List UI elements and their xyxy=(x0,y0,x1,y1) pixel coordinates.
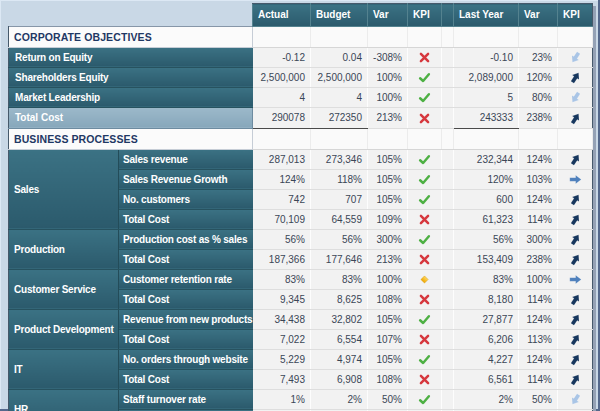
actual-cell: 290078 xyxy=(253,107,311,128)
last-year-cell: 120% xyxy=(454,169,519,189)
row-label: Total Cost xyxy=(119,249,253,269)
table-row: ITNo. orders through website5,2294,97410… xyxy=(9,349,593,369)
last-year-cell: -0.10 xyxy=(454,47,519,67)
ly-var-cell: 100% xyxy=(519,269,558,289)
var-cell: 109% xyxy=(368,209,408,229)
row-label: Sales revenue xyxy=(119,149,253,169)
check-icon xyxy=(418,393,431,406)
column-header-var2: Var xyxy=(519,4,558,27)
spacer-cell xyxy=(442,47,454,67)
check-icon xyxy=(418,71,431,84)
row-label: Market Leadership xyxy=(9,87,253,107)
ly-var-cell: 120% xyxy=(519,67,558,87)
budget-cell: 273,346 xyxy=(311,149,368,169)
section-row: CORPORATE OBJECTIVES xyxy=(9,26,593,47)
budget-cell: 2,500,000 xyxy=(311,67,368,87)
trend-right-icon xyxy=(569,173,582,186)
table-row: Return on Equity-0.120.04-308%-0.1023% xyxy=(9,47,593,67)
trend-cell xyxy=(558,149,593,169)
trend-up-icon xyxy=(569,293,582,306)
header-spacer xyxy=(9,4,253,27)
table-row: SalesSales revenue287,013273,346105%232,… xyxy=(9,149,593,169)
last-year-cell: 5 xyxy=(454,87,519,107)
blank-cell xyxy=(519,128,558,149)
cross-icon xyxy=(418,253,431,266)
var-cell: 105% xyxy=(368,309,408,329)
budget-cell: 177,646 xyxy=(311,249,368,269)
ly-var-cell: 124% xyxy=(519,149,558,169)
blank-cell xyxy=(454,128,519,149)
column-header-last-year: Last Year xyxy=(454,4,519,27)
trend-up-icon xyxy=(569,71,582,84)
kpi-cell xyxy=(408,289,442,309)
row-label: Return on Equity xyxy=(9,47,253,67)
kpi-cell xyxy=(408,149,442,169)
spacer-cell xyxy=(442,369,454,389)
column-header-budget: Budget xyxy=(311,4,368,27)
kpi-cell xyxy=(408,249,442,269)
table-row: ProductionProduction cost as % sales56%5… xyxy=(9,229,593,249)
trend-cell xyxy=(558,229,593,249)
spacer-cell xyxy=(442,107,454,128)
spacer-cell xyxy=(442,189,454,209)
spacer-cell xyxy=(442,309,454,329)
last-year-cell: 232,344 xyxy=(454,149,519,169)
kpi-cell xyxy=(408,169,442,189)
last-year-cell: 61,323 xyxy=(454,209,519,229)
group-label: Product Development xyxy=(9,309,119,349)
actual-cell: 70,109 xyxy=(253,209,311,229)
trend-up-icon xyxy=(569,333,582,346)
trend-down-icon xyxy=(569,393,582,406)
blank-cell xyxy=(558,26,593,47)
kpi-cell xyxy=(408,329,442,349)
blank-cell xyxy=(311,26,368,47)
row-label: Total Cost xyxy=(119,329,253,349)
scorecard-table: ActualBudgetVarKPILast YearVarKPI CORPOR… xyxy=(8,3,593,411)
blank-cell xyxy=(519,26,558,47)
ly-var-cell: 23% xyxy=(519,47,558,67)
budget-cell: 2% xyxy=(311,389,368,409)
spacer-cell xyxy=(442,389,454,409)
cross-icon xyxy=(418,293,431,306)
kpi-cell xyxy=(408,229,442,249)
var-cell: 105% xyxy=(368,349,408,369)
budget-cell: 56% xyxy=(311,229,368,249)
kpi-cell xyxy=(408,349,442,369)
actual-cell: 187,366 xyxy=(253,249,311,269)
last-year-cell: 243333 xyxy=(454,107,519,128)
group-label: Customer Service xyxy=(9,269,119,309)
row-label: No. customers xyxy=(119,189,253,209)
header-row: ActualBudgetVarKPILast YearVarKPI xyxy=(9,4,593,27)
spacer-cell xyxy=(442,249,454,269)
kpi-cell xyxy=(408,189,442,209)
spacer-cell xyxy=(442,149,454,169)
actual-cell: 5,229 xyxy=(253,349,311,369)
section-row: BUSINESS PROCESSES xyxy=(9,128,593,149)
ly-var-cell: 114% xyxy=(519,289,558,309)
trend-up-icon xyxy=(569,233,582,246)
budget-cell: 272350 xyxy=(311,107,368,128)
trend-cell xyxy=(558,309,593,329)
kpi-cell xyxy=(408,269,442,289)
trend-cell xyxy=(558,87,593,107)
cross-icon xyxy=(418,213,431,226)
spacer-cell xyxy=(442,87,454,107)
actual-cell: -0.12 xyxy=(253,47,311,67)
spacer-cell xyxy=(442,289,454,309)
row-label: Customer retention rate xyxy=(119,269,253,289)
ly-var-cell: 300% xyxy=(519,229,558,249)
trend-up-icon xyxy=(569,373,582,386)
blank-cell xyxy=(311,128,368,149)
actual-cell: 2,500,000 xyxy=(253,67,311,87)
column-header-var: Var xyxy=(368,4,408,27)
table-row: Customer ServiceCustomer retention rate8… xyxy=(9,269,593,289)
trend-up-icon xyxy=(569,193,582,206)
check-icon xyxy=(418,193,431,206)
var-cell: 108% xyxy=(368,289,408,309)
last-year-cell: 600 xyxy=(454,189,519,209)
ly-var-cell: 114% xyxy=(519,369,558,389)
trend-cell xyxy=(558,189,593,209)
ly-var-cell: 114% xyxy=(519,209,558,229)
kpi-cell xyxy=(408,309,442,329)
trend-up-icon xyxy=(569,253,582,266)
